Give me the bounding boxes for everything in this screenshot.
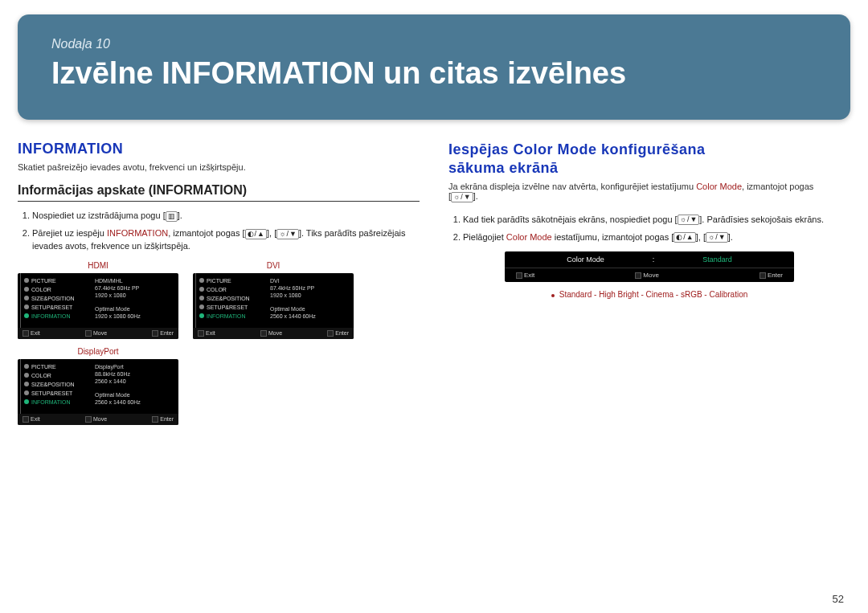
bar-enter: Enter [760,272,783,279]
osd-card-dvi: DVIPICTURECOLORSIZE&POSITIONSETUP&RESETI… [193,261,354,339]
osd-footer: ExitMoveEnter [193,328,354,339]
sun-down-icon: ☼/▼ [706,232,728,243]
osd-foot-exit: Exit [23,330,40,337]
step-2: Pārejiet uz iespēju INFORMATION, izmanto… [32,227,420,253]
contrast-up-icon: ◐/▲ [674,232,695,243]
step-2-text-c: ], [ [267,228,276,238]
osd-nav: PICTURECOLORSIZE&POSITIONSETUP&RESETINFO… [21,273,90,328]
colormode-intro: Ja ekrāna displeja izvēlne nav atvērta, … [448,182,850,202]
square-icon [85,330,92,337]
osd-info-panel: DisplayPort88.8kHz 60Hz2560 x 1440Optima… [90,359,178,414]
osd-foot-move: Move [85,416,107,423]
subsection-heading: Informācijas apskate (INFORMATION) [18,183,420,202]
chapter-hero: Nodaļa 10 Izvēlne INFORMATION un citas i… [18,14,850,120]
osd-nav-item: COLOR [207,287,227,292]
square-icon [198,330,204,337]
left-column: INFORMATION Skatiet pašreizējo ievades a… [18,141,420,425]
square-icon [85,416,92,423]
step-2-text-a: Pārejiet uz iespēju [32,228,107,238]
osd-nav-item: INFORMATION [31,399,70,405]
manual-page: Nodaļa 10 Izvēlne INFORMATION un citas i… [0,0,868,613]
osd-nav-item: PICTURE [31,278,56,284]
steps-left: Nospiediet uz izstrādājuma pogu [▥]. Pār… [32,210,420,253]
osd-nav-item: COLOR [31,373,51,378]
page-number: 52 [833,593,844,605]
section-heading-colormode: Iespējas Color Mode konfigurēšana sākuma… [448,141,850,177]
osd-thumbnails: HDMIPICTURECOLORSIZE&POSITIONSETUP&RESET… [18,261,420,425]
osd-nav-item: PICTURE [207,278,231,284]
square-icon [516,272,522,279]
osd-source-label: DisplayPort [18,347,178,356]
osd-foot-exit: Exit [23,416,40,423]
osd-source-label: HDMI [18,261,178,270]
osd-nav-item: SETUP&RESET [31,304,72,310]
osd-footer: ExitMoveEnter [18,328,178,339]
osd-nav-item: PICTURE [31,364,56,370]
osd-window: PICTURECOLORSIZE&POSITIONSETUP&RESETINFO… [18,273,178,339]
osd-nav-item: COLOR [31,287,51,292]
color-mode-value: Standard [702,255,732,264]
osd-nav-item: INFORMATION [207,313,245,319]
osd-source-label: DVI [193,261,354,270]
square-icon [152,330,158,337]
osd-foot-enter: Enter [152,330,174,337]
square-icon [635,272,641,279]
body-columns: INFORMATION Skatiet pašreizējo ievades a… [18,141,850,425]
bar-move: Move [635,272,659,279]
menu-button-icon: ▥ [166,211,178,222]
osd-info-panel: HDMI/MHL67.4kHz 60Hz PP1920 x 1080Optima… [90,273,178,328]
step-2-text-b: , izmantojot pogas [ [168,228,244,238]
step-2-term: INFORMATION [107,228,168,238]
osd-nav-item: SETUP&RESET [207,304,248,310]
osd-window: PICTURECOLORSIZE&POSITIONSETUP&RESETINFO… [18,359,178,425]
osd-nav-item: SETUP&RESET [31,390,72,396]
section-intro: Skatiet pašreizējo ievades avotu, frekve… [18,162,420,172]
osd-foot-move: Move [85,330,107,337]
osd-nav: PICTURECOLORSIZE&POSITIONSETUP&RESETINFO… [21,359,90,414]
step-r2: Pielāgojiet Color Mode iestatījumu, izma… [463,231,850,244]
steps-right: Kad tiek parādīts sākotnējais ekrāns, no… [463,214,850,244]
osd-row: DisplayPortPICTURECOLORSIZE&POSITIONSETU… [18,347,420,425]
color-mode-options: Standard - High Bright - Cinema - sRGB -… [448,290,850,299]
bullet-icon [551,294,555,297]
step-r1: Kad tiek parādīts sākotnējais ekrāns, no… [463,214,850,227]
square-icon [327,330,334,337]
section-heading-information: INFORMATION [18,141,420,157]
sun-down-icon: ☼/▼ [451,192,473,202]
chapter-label: Nodaļa 10 [51,37,817,51]
sun-down-icon: ☼/▼ [276,229,299,239]
osd-nav-item: SIZE&POSITION [207,296,250,301]
osd-row: HDMIPICTURECOLORSIZE&POSITIONSETUP&RESET… [18,261,420,339]
step-1-text-b: ]. [178,210,182,220]
osd-nav-item: INFORMATION [31,313,70,319]
right-column: Iespējas Color Mode konfigurēšana sākuma… [448,141,850,425]
square-icon [152,416,158,423]
square-icon [23,416,29,423]
osd-footer: ExitMoveEnter [18,414,178,425]
osd-card-hdmi: HDMIPICTURECOLORSIZE&POSITIONSETUP&RESET… [18,261,178,339]
osd-info-panel: DVI87.4kHz 60Hz PP1920 x 1080Optimal Mod… [265,273,354,328]
color-mode-label: Color Mode [567,255,604,264]
osd-nav-item: SIZE&POSITION [31,382,75,387]
osd-window: PICTURECOLORSIZE&POSITIONSETUP&RESETINFO… [193,273,354,339]
osd-foot-move: Move [260,330,282,337]
square-icon [23,330,29,337]
page-title: Izvēlne INFORMATION un citas izvēlnes [51,56,817,91]
square-icon [760,272,766,279]
osd-nav: PICTURECOLORSIZE&POSITIONSETUP&RESETINFO… [196,273,265,328]
osd-foot-exit: Exit [198,330,215,337]
sun-down-icon: ☼/▼ [678,215,700,225]
contrast-up-icon: ◐/▲ [245,229,267,239]
color-mode-bar: Color Mode : Standard Exit Move Enter [505,251,794,282]
osd-foot-enter: Enter [152,416,174,423]
bar-exit: Exit [516,272,534,279]
osd-card-displayport: DisplayPortPICTURECOLORSIZE&POSITIONSETU… [18,347,178,425]
osd-nav-item: SIZE&POSITION [31,296,75,301]
step-1: Nospiediet uz izstrādājuma pogu [▥]. [32,210,420,223]
square-icon [260,330,267,337]
osd-foot-enter: Enter [327,330,349,337]
step-1-text-a: Nospiediet uz izstrādājuma pogu [ [32,210,166,220]
